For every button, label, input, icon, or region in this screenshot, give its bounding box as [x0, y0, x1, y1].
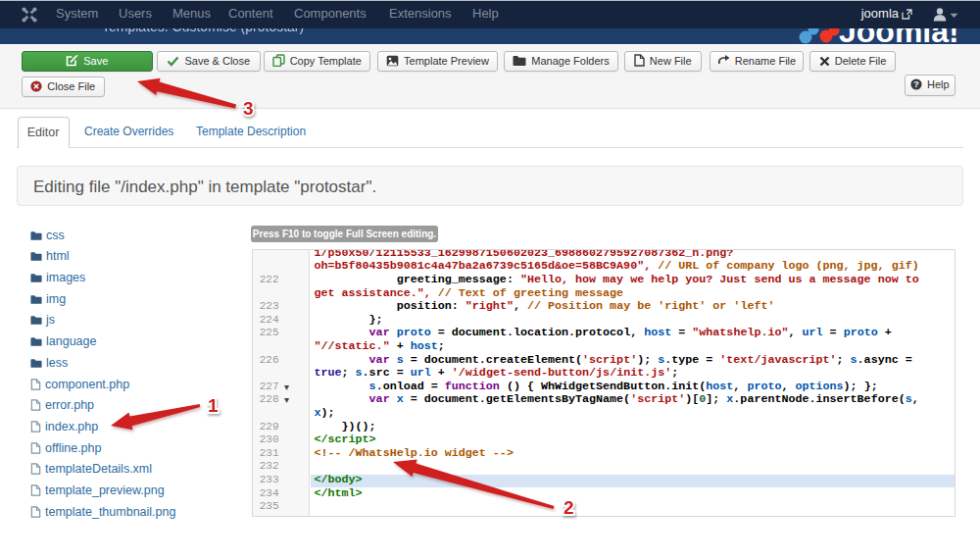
svg-text:1: 1 — [208, 395, 219, 416]
svg-text:?: ? — [913, 79, 919, 89]
